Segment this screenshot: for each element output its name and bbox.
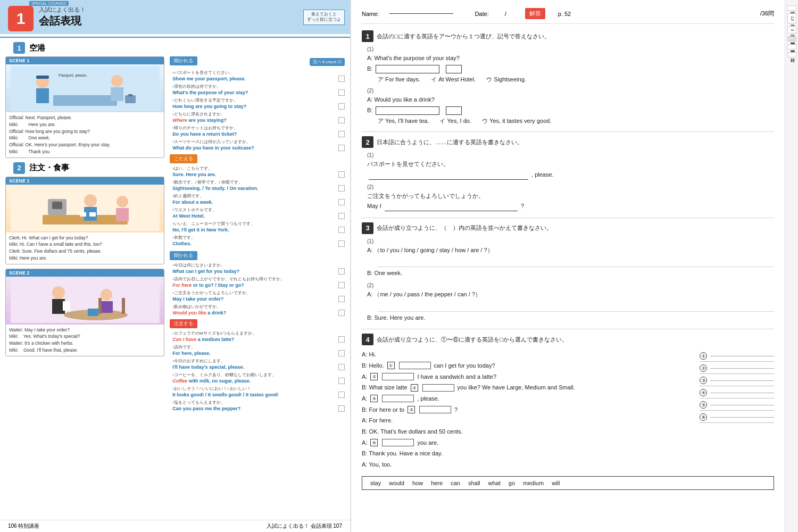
svg-rect-3: [36, 88, 49, 103]
checkbox-s2-h1[interactable]: [338, 268, 345, 275]
ex3-title: 3 会話が成り立つように、（ ）内の英語を並べかえて書きなさい。: [362, 222, 774, 234]
answer-box-2[interactable]: [382, 373, 414, 380]
checkbox-s1-a2[interactable]: [338, 185, 345, 192]
phrase-s2-n2: ›店内です。 For here, please.: [170, 344, 345, 356]
circle-6: ⑥: [700, 413, 707, 421]
sidebar-tab-appendix[interactable]: 付録: [787, 52, 796, 57]
total-questions: /36問: [760, 10, 774, 18]
ex3-q2-num: (2): [367, 282, 774, 288]
answer-box-5[interactable]: [419, 406, 451, 413]
checkbox-s2-n5[interactable]: [338, 392, 345, 398]
phrase-s2-n1: ›カフェラテのMサイズを1つもらえますか。 Can I have a mediu…: [170, 330, 345, 343]
section1-title: 1 空港: [13, 42, 156, 54]
phrase-s1-a6: ›衣類です。 Clothes.: [170, 235, 345, 247]
sidebar-tab-general[interactable]: 総語編: [787, 5, 796, 11]
checkbox-s2-n2[interactable]: [338, 350, 345, 356]
svg-point-22: [52, 286, 65, 299]
left-col-main: 1 空港 SCENE 1: [5, 38, 167, 527]
checkbox-s2-n4[interactable]: [338, 378, 345, 384]
ex2-q1-blank[interactable]: [369, 179, 528, 180]
scene2-dialog2: Waiter: May I take your order? Miki: Yes…: [6, 325, 164, 356]
section2-number: 2: [13, 162, 25, 174]
checkbox-s1-h4[interactable]: [338, 117, 345, 123]
answer-box-4[interactable]: [382, 395, 414, 402]
cafe1-svg: [11, 186, 160, 231]
cafe2-svg: [11, 278, 160, 323]
ex1-q1-bracket[interactable]: [446, 65, 462, 73]
svg-rect-4: [36, 76, 49, 79]
checkbox-s2-h4[interactable]: [338, 310, 345, 316]
checkbox-s2-h3[interactable]: [338, 296, 345, 302]
word-will: will: [552, 480, 560, 486]
conv-answer-3: ③: [700, 377, 774, 386]
checkbox-s2-n6[interactable]: [338, 405, 345, 412]
phrase-s2-n3: ›今日のおすすめにします。 I'll have today's special,…: [170, 358, 345, 370]
ex1-q1-a: A: What's the purpose of your stay?: [367, 54, 774, 63]
checkbox-s1-h1[interactable]: [338, 76, 345, 82]
section2-scene1: SCENE 1: [5, 177, 164, 264]
exercise4: 4 会話が成り立つように、①〜⑥に適する英語を□から選んで書きなさい。 A: H…: [362, 334, 774, 490]
ex3-q1-a: A: （to / you / long / going / stay / how…: [367, 246, 774, 255]
phrase-s1-h6: ›スーツケースには何が入っていますか。 What do you have in …: [170, 139, 345, 151]
heard-tag-1: 聞かれる: [170, 56, 197, 65]
answer-box-3[interactable]: [422, 384, 454, 392]
checkbox-s1-a3[interactable]: [338, 199, 345, 205]
checkbox-s1-h5[interactable]: [338, 131, 345, 137]
checkbox-s2-h2[interactable]: [338, 282, 345, 288]
conv-line-4: B: What size latte ③ you like? We have L…: [362, 383, 694, 393]
checkbox-s1-a4[interactable]: [338, 213, 345, 219]
word-here: here: [431, 480, 443, 486]
page-container: SPECIAL COURSES 1 入試によく出る！ 会話表現 覚えておくと ず…: [0, 0, 798, 532]
ex3-q1-answer-area[interactable]: [378, 256, 774, 267]
right-sidebar: 総語編 1・2年編 3年編 特別講座 入試問題編 付録: [785, 0, 798, 532]
ex1-q2-answer-box[interactable]: [376, 106, 439, 115]
checkbox-s1-a5[interactable]: [338, 227, 345, 233]
ex1-q2-a: A: Would you like a drink?: [367, 95, 774, 105]
phrase-s1-h3: ›どれくらい滞在する予定ですか。 How long are you going …: [170, 97, 345, 110]
conv-answer-4: ④: [700, 389, 774, 398]
ex1-q2-bracket[interactable]: [446, 106, 462, 115]
answer-box-1[interactable]: [399, 362, 431, 369]
word-would: would: [389, 480, 404, 486]
right-main: Name: Date: / 解答 p. 52 /36問 1 会話の□に適する英語…: [351, 0, 785, 532]
conv-line-11: A: You, too.: [362, 460, 694, 470]
conv-block: A: Hi. B: Hello. ① can I get for you tod…: [362, 350, 694, 470]
svg-rect-1: [53, 95, 117, 106]
conv-line-2: B: Hello. ① can I get for you today?: [362, 361, 694, 371]
sidebar-tab-grade3[interactable]: 3年編: [787, 26, 796, 34]
checkbox-s1-h2[interactable]: [338, 89, 345, 96]
phrase-s2-h3: ›ご注文をうかがってもよろしいですか。 May I take your orde…: [170, 290, 345, 302]
conv-answer-6: ⑥: [700, 413, 774, 423]
checkbox-s1-h6[interactable]: [338, 145, 345, 151]
divider2: [362, 218, 774, 218]
ex4-instruction: 会話が成り立つように、①〜⑥に適する英語を□から選んで書きなさい。: [377, 336, 568, 344]
course-number-badge: 1: [8, 6, 34, 31]
scene1-label: SCENE 1: [6, 57, 164, 64]
ex3-q2-answer-area[interactable]: [378, 301, 774, 312]
sidebar-tab-exam[interactable]: 入試問題編: [787, 44, 796, 49]
ex2-q2-blank[interactable]: [385, 211, 518, 211]
ex1-q1-answer-box[interactable]: [376, 65, 439, 73]
checkbox-s2-n3[interactable]: [338, 364, 345, 370]
svg-rect-26: [100, 301, 113, 313]
checkbox-s1-a1[interactable]: [338, 171, 345, 178]
ex1-instruction: 会話の□に適する英語をア〜ウから１つ選び、記号で答えなさい。: [377, 32, 550, 40]
svg-rect-8: [128, 94, 132, 96]
checkbox-s2-n1[interactable]: [338, 336, 345, 343]
sidebar-tab-grade12[interactable]: 1・2年編: [787, 13, 796, 23]
svg-point-5: [111, 75, 123, 87]
checkbox-s1-h3[interactable]: [338, 103, 345, 110]
heard-tag-2: 聞かれる: [170, 251, 197, 260]
checkbox-s1-a6[interactable]: [338, 240, 345, 247]
conv-answer-5: ⑤: [700, 401, 774, 411]
answer-box-6[interactable]: [382, 439, 414, 446]
phrase-s1-a4: ›ウエストホテルです。 At West Hotel.: [170, 207, 345, 219]
ex2-q2: (2) ご注文をうかがってもよろしいでしょうか。 May I ?: [362, 184, 774, 211]
svg-point-14: [84, 194, 97, 207]
sidebar-tab-special[interactable]: 特別講座: [787, 36, 796, 41]
svg-rect-28: [122, 298, 125, 314]
scene2-illustration2: [6, 277, 164, 325]
phrase-s1-a2: ›観光です。/ 留学です。/ 休暇です。 Sightseeing. / To s…: [170, 179, 345, 192]
left-header: SPECIAL COURSES 1 入試によく出る！ 会話表現 覚えておくと ず…: [0, 0, 350, 34]
phrase-s1-a5: ›いいえ、ニューヨークで買うつもりです。 No, I'll get it in …: [170, 221, 345, 233]
